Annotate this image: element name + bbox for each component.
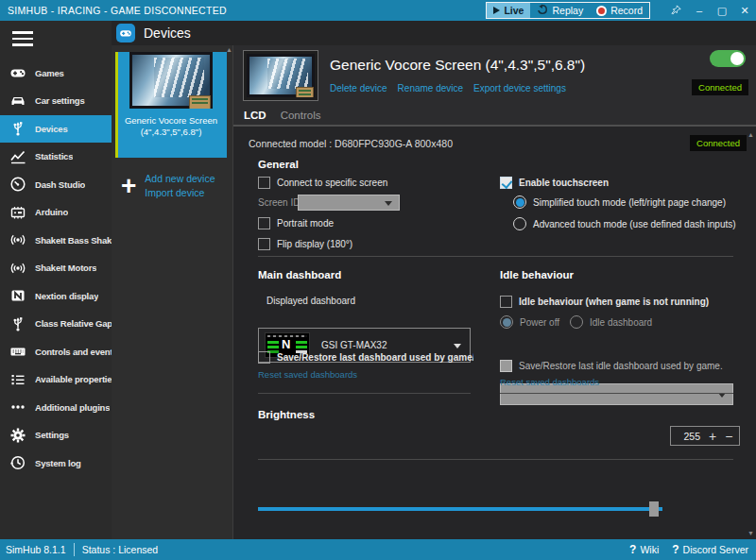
pin-icon[interactable]: [663, 5, 688, 17]
chip-icon: [9, 204, 27, 221]
sidebar-item-additional-plugins[interactable]: Additional plugins: [0, 394, 112, 422]
sidebar-item-nextion-display[interactable]: Nextion display: [0, 282, 112, 311]
record-icon: [596, 6, 607, 16]
record-label: Record: [610, 5, 643, 16]
replay-button[interactable]: Replay: [530, 3, 590, 18]
close-button[interactable]: ✕: [733, 0, 756, 21]
brightness-increase-button[interactable]: +: [709, 430, 716, 443]
chart-icon: [9, 148, 27, 165]
advanced-touch-radio[interactable]: [513, 217, 526, 230]
import-device-link[interactable]: Import device: [145, 187, 215, 198]
brightness-slider-handle[interactable]: [649, 501, 659, 517]
device-card-label: Generic Vocore Screen (4",4.3",5",6.8"): [115, 115, 227, 139]
question-mark-icon: ?: [672, 543, 679, 556]
add-new-device-link[interactable]: Add new device: [145, 173, 215, 184]
screen-id-dropdown[interactable]: [298, 195, 400, 211]
connected-badge: Connected: [692, 79, 748, 95]
sidebar-item-statistics[interactable]: Statistics: [0, 143, 112, 171]
enable-touchscreen-checkbox[interactable]: [500, 177, 512, 189]
idle-dashboard-row: Idle dashboard: [570, 315, 652, 329]
simplified-touch-row: Simplified touch mode (left/right page c…: [513, 195, 726, 209]
maximize-button[interactable]: ▢: [711, 0, 733, 21]
advanced-touch-row: Advanced touch mode (use defined dash in…: [513, 217, 736, 230]
reset-saved-idle-dashboards-link[interactable]: Reset saved dashboards: [500, 377, 599, 387]
title-bar: SIMHUB - IRACING - GAME DISCONNECTED Liv…: [0, 0, 756, 21]
general-section-title: General: [258, 159, 299, 170]
divider: [258, 393, 471, 394]
rename-device-link[interactable]: Rename device: [398, 83, 463, 93]
sidebar-item-devices[interactable]: Devices: [0, 115, 112, 144]
idle-behaviour-checkbox[interactable]: [500, 296, 512, 308]
device-list-scroll-up-icon[interactable]: ▲: [226, 46, 232, 53]
device-enabled-toggle[interactable]: [710, 50, 746, 67]
app-version: SimHub 8.1.1: [6, 544, 66, 555]
portrait-mode-checkbox[interactable]: [258, 217, 270, 229]
panel-scroll-up-icon[interactable]: ▲: [747, 131, 754, 138]
device-title: Generic Vocore Screen (4",4.3",5",6.8"): [330, 57, 585, 74]
divider: [500, 393, 733, 394]
status-separator: [74, 543, 75, 556]
main-region: Devices Generic Vocore Screen (4",4.3",5…: [112, 21, 756, 539]
lcd-tab-content: Connected model : D680FPC930G-A 800x480 …: [233, 128, 756, 539]
status-bar: SimHub 8.1.1 Status : Licensed ? Wiki ? …: [0, 539, 756, 560]
save-restore-idle-checkbox[interactable]: [500, 360, 512, 372]
speaker-icon: [9, 260, 27, 277]
connect-specific-screen-row: Connect to specific screen: [258, 177, 387, 189]
connect-specific-screen-checkbox[interactable]: [258, 177, 270, 189]
hamburger-menu-icon[interactable]: [12, 31, 33, 46]
connected-badge-2: Connected: [690, 135, 747, 151]
tab-controls[interactable]: Controls: [281, 110, 321, 121]
list-icon: [9, 371, 27, 388]
power-off-radio[interactable]: [500, 315, 513, 329]
device-list: Generic Vocore Screen (4",4.3",5",6.8") …: [112, 45, 232, 539]
keyboard-icon: [9, 343, 27, 360]
sidebar-item-games[interactable]: Games: [0, 59, 112, 88]
brightness-value[interactable]: 255: [678, 431, 700, 442]
idle-behaviour-row: Idle behaviour (when game is not running…: [500, 296, 709, 308]
car-icon: [9, 93, 27, 110]
sidebar-item-class-relative-gaps[interactable]: Class Relative Gaps: [0, 310, 112, 338]
discord-link[interactable]: ? Discord Server: [672, 543, 748, 556]
panel-scroll-down-icon[interactable]: ▼: [747, 530, 754, 536]
sidebar-item-dash-studio[interactable]: Dash Studio: [0, 171, 112, 199]
save-restore-idle-row: Save/Restore last idle dashboard used by…: [500, 360, 723, 372]
divider: [258, 459, 733, 460]
sidebar-item-arduino[interactable]: Arduino: [0, 198, 112, 227]
device-card-generic-vocore[interactable]: Generic Vocore Screen (4",4.3",5",6.8"): [115, 52, 227, 158]
gamepad-icon: [9, 64, 27, 81]
save-restore-dashboard-checkbox[interactable]: [258, 351, 270, 364]
gear-icon: [9, 427, 27, 444]
window-title: SIMHUB - IRACING - GAME DISCONNECTED: [0, 5, 227, 16]
replay-icon: [537, 4, 548, 17]
tab-bar: LCD Controls: [233, 106, 756, 127]
reset-saved-dashboards-link[interactable]: Reset saved dashboards: [258, 369, 357, 380]
main-dashboard-title: Main dashboard: [258, 269, 341, 280]
sidebar-item-available-properties[interactable]: Available properties: [0, 365, 112, 394]
minimize-button[interactable]: –: [688, 0, 711, 21]
tab-lcd[interactable]: LCD: [244, 110, 266, 121]
idle-dashboard-radio[interactable]: [570, 315, 583, 329]
sidebar-item-shakeit-bass-shakers[interactable]: ShakeIt Bass Shakers: [0, 227, 112, 255]
idle-behaviour-title: Idle behaviour: [500, 269, 574, 280]
wiki-link[interactable]: ? Wiki: [629, 543, 659, 556]
delete-device-link[interactable]: Delete device: [330, 83, 387, 93]
sidebar-item-shakeit-motors[interactable]: ShakeIt Motors: [0, 254, 112, 282]
replay-label: Replay: [552, 5, 583, 16]
sidebar-item-car-settings[interactable]: Car settings: [0, 87, 112, 115]
simplified-touch-radio[interactable]: [513, 195, 526, 209]
sidebar-item-system-log[interactable]: System log: [0, 450, 112, 478]
flip-display-checkbox[interactable]: [258, 238, 270, 250]
device-header-thumbnail: [243, 50, 318, 101]
sidebar-item-controls-and-events[interactable]: Controls and events: [0, 338, 112, 366]
live-button[interactable]: Live: [487, 3, 530, 18]
brightness-title: Brightness: [258, 409, 315, 420]
ellipsis-icon: [9, 399, 27, 416]
devices-page-icon: [116, 24, 135, 42]
export-device-settings-link[interactable]: Export device settings: [473, 83, 566, 93]
brightness-slider[interactable]: [258, 501, 662, 517]
record-button[interactable]: Record: [590, 3, 649, 18]
device-panel: Generic Vocore Screen (4",4.3",5",6.8") …: [232, 45, 756, 539]
brightness-decrease-button[interactable]: −: [725, 430, 732, 443]
sidebar-item-settings[interactable]: Settings: [0, 421, 112, 450]
save-restore-dashboard-row: Save/Restore last dashboard used by game…: [258, 351, 473, 364]
